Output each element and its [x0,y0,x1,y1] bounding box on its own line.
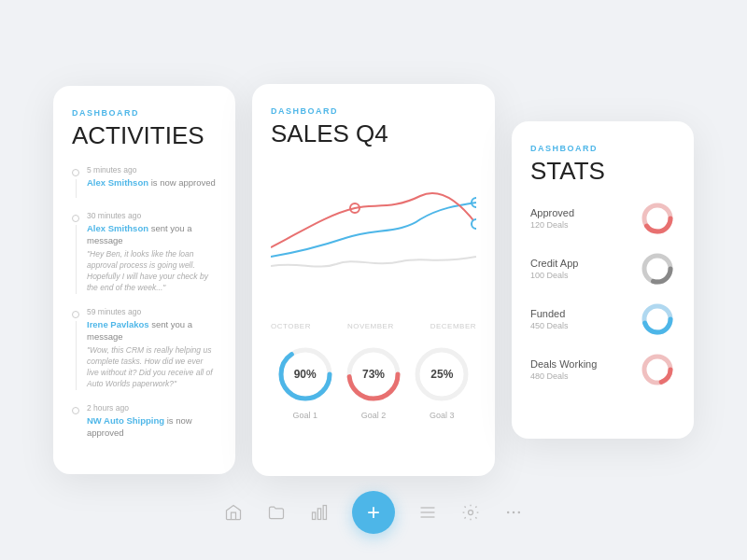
bottom-nav: + [223,491,524,534]
more-nav-icon[interactable] [503,502,524,523]
donut-pct: 90% [294,368,317,381]
activity-link[interactable]: Irene Pavlakos [87,319,149,329]
donut-chart: 90% [276,345,334,403]
stat-name: Credit App [530,258,640,269]
goal-item: 73% Goal 2 [345,345,402,420]
stats-dashboard-label: DASHBOARD [530,144,675,153]
activity-item: 5 minutes ago Alex Smithson is now appro… [72,165,217,198]
activity-line [76,321,77,390]
goals-row: 90% Goal 1 73% Goal 2 25% Goal 3 [271,345,476,420]
activity-dot-col [72,307,79,390]
donut-chart: 73% [345,345,402,403]
sales-dashboard-label: DASHBOARD [271,106,476,116]
donut-pct: 25% [430,368,453,381]
activity-dot [72,407,79,414]
svg-rect-18 [317,509,320,520]
activity-dot [72,169,79,176]
activity-link[interactable]: Alex Smithson [87,177,148,188]
activity-line [76,225,77,294]
goal-item: 90% Goal 1 [276,345,334,420]
donut-pct: 73% [362,368,385,381]
activity-dot [72,215,79,222]
stat-deals: 100 Deals [530,271,640,280]
stats-card: DASHBOARD STATS Approved 120 Deals Credi… [512,121,694,439]
folder-nav-icon[interactable] [266,502,287,523]
stat-name: Approved [530,207,640,218]
goal-label: Goal 3 [430,411,455,420]
stat-info: Funded 450 Deals [530,308,640,330]
stat-row: Credit App 100 Deals [530,251,675,287]
stats-list: Approved 120 Deals Credit App 100 Deals … [530,201,675,387]
activity-link[interactable]: NW Auto Shipping [87,415,164,426]
stat-name: Funded [530,308,640,319]
stats-title: STATS [530,157,675,186]
activity-quote: "Hey Ben, it looks like the loan approva… [87,249,217,294]
home-nav-icon[interactable] [223,502,244,523]
sales-chart [271,163,476,303]
fab-button[interactable]: + [352,491,395,534]
activity-main: NW Auto Shipping is now approved [87,414,217,440]
stat-info: Credit App 100 Deals [530,258,640,280]
svg-point-26 [518,511,521,514]
goal-label: Goal 2 [361,411,387,420]
stat-deals: 480 Deals [530,371,640,381]
activity-time: 30 minutes ago [87,211,217,220]
chart-nav-icon[interactable] [309,502,330,523]
stat-chart [640,352,675,387]
activity-time: 2 hours ago [87,403,217,413]
activity-content: 30 minutes ago Alex Smithson sent you a … [87,211,217,294]
stat-chart [640,201,675,236]
activity-item: 2 hours ago NW Auto Shipping is now appr… [72,403,217,440]
activity-content: 5 minutes ago Alex Smithson is now appro… [87,165,216,198]
goal-label: Goal 1 [292,411,317,420]
activity-main: Alex Smithson is now approved [87,176,216,189]
scene: DASHBOARD ACTIVITIES 5 minutes ago Alex … [0,0,747,560]
stat-name: Deals Working [530,358,640,370]
activity-content: 2 hours ago NW Auto Shipping is now appr… [87,403,217,440]
activity-item: 59 minutes ago Irene Pavlakos sent you a… [72,307,217,390]
activity-quote: "Wow, this CRM is really helping us comp… [87,345,217,390]
activity-content: 59 minutes ago Irene Pavlakos sent you a… [87,307,217,390]
activities-list: 5 minutes ago Alex Smithson is now appro… [72,165,217,440]
goal-item: 25% Goal 3 [413,345,471,420]
list-nav-icon[interactable] [417,502,438,523]
donut-chart: 25% [413,345,471,403]
activity-dot-col [72,211,79,294]
activity-time: 5 minutes ago [87,165,216,175]
activities-dashboard-label: DASHBOARD [72,108,217,118]
stat-chart [640,301,675,337]
activity-main: Alex Smithson sent you a message [87,222,217,247]
svg-point-24 [507,511,510,514]
svg-rect-17 [313,512,316,520]
stat-row: Deals Working 480 Deals [530,352,675,387]
activity-dot-col [72,165,79,198]
stat-deals: 450 Deals [530,321,640,330]
stat-info: Approved 120 Deals [530,207,640,230]
stat-deals: 120 Deals [530,220,640,230]
activities-title: ACTIVITIES [72,121,217,150]
activity-dot [72,311,79,318]
stat-row: Approved 120 Deals [530,201,675,236]
svg-point-25 [513,511,515,514]
svg-point-23 [469,511,473,515]
activity-main: Irene Pavlakos sent you a message [87,318,217,343]
stat-row: Funded 450 Deals [530,301,675,337]
stat-info: Deals Working 480 Deals [530,358,640,381]
sales-title: SALES Q4 [271,119,476,148]
chart-labels: OCTOBER NOVEMBER DECEMBER [271,322,476,330]
activity-link[interactable]: Alex Smithson [87,223,148,233]
activity-time: 59 minutes ago [87,307,217,316]
sales-card: DASHBOARD SALES Q4 OCTOBER NOVEMBER DECE… [252,84,495,476]
stat-chart [640,251,675,287]
svg-point-2 [472,219,476,229]
svg-rect-19 [323,506,326,520]
settings-nav-icon[interactable] [460,502,481,523]
activity-line [76,179,77,198]
activity-dot-col [72,403,79,440]
activities-card: DASHBOARD ACTIVITIES 5 minutes ago Alex … [53,86,235,475]
activity-item: 30 minutes ago Alex Smithson sent you a … [72,211,217,294]
